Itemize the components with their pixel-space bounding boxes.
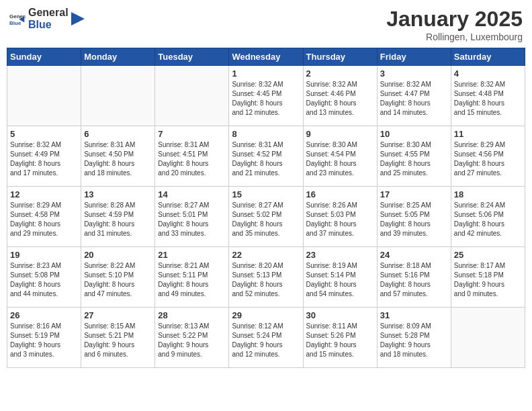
calendar-table: SundayMondayTuesdayWednesdayThursdayFrid… — [7, 48, 525, 368]
day-number: 18 — [454, 189, 522, 199]
day-info: Sunrise: 8:29 AM Sunset: 4:56 PM Dayligh… — [454, 140, 522, 178]
day-info: Sunrise: 8:24 AM Sunset: 5:06 PM Dayligh… — [454, 201, 522, 238]
day-info: Sunrise: 8:22 AM Sunset: 5:10 PM Dayligh… — [84, 261, 152, 299]
day-number: 15 — [232, 189, 300, 199]
day-number: 24 — [380, 250, 448, 260]
week-row-5: 26Sunrise: 8:16 AM Sunset: 5:19 PM Dayli… — [7, 308, 525, 368]
day-number: 12 — [10, 189, 78, 199]
day-info: Sunrise: 8:23 AM Sunset: 5:08 PM Dayligh… — [10, 261, 78, 299]
calendar-cell: 14Sunrise: 8:27 AM Sunset: 5:01 PM Dayli… — [155, 187, 229, 247]
calendar-cell — [451, 308, 525, 368]
weekday-header-friday: Friday — [377, 48, 451, 66]
page-header: General Blue General Blue January 2025 R… — [7, 7, 525, 42]
day-info: Sunrise: 8:31 AM Sunset: 4:51 PM Dayligh… — [158, 140, 226, 178]
logo: General Blue General Blue — [9, 7, 85, 30]
calendar-cell: 1Sunrise: 8:32 AM Sunset: 4:45 PM Daylig… — [229, 66, 303, 126]
calendar-cell: 26Sunrise: 8:16 AM Sunset: 5:19 PM Dayli… — [7, 308, 81, 368]
day-info: Sunrise: 8:13 AM Sunset: 5:22 PM Dayligh… — [158, 322, 226, 359]
calendar-cell — [155, 66, 229, 126]
calendar-cell: 17Sunrise: 8:25 AM Sunset: 5:05 PM Dayli… — [377, 187, 451, 247]
calendar-cell: 22Sunrise: 8:20 AM Sunset: 5:13 PM Dayli… — [229, 247, 303, 308]
calendar-cell: 4Sunrise: 8:32 AM Sunset: 4:48 PM Daylig… — [451, 66, 525, 126]
day-number: 5 — [10, 129, 78, 139]
week-row-1: 1Sunrise: 8:32 AM Sunset: 4:45 PM Daylig… — [7, 66, 525, 126]
day-info: Sunrise: 8:16 AM Sunset: 5:19 PM Dayligh… — [10, 322, 78, 359]
day-number: 17 — [380, 189, 448, 199]
day-number: 9 — [306, 129, 374, 139]
calendar-cell: 20Sunrise: 8:22 AM Sunset: 5:10 PM Dayli… — [81, 247, 155, 308]
weekday-header-saturday: Saturday — [451, 48, 525, 66]
calendar-cell: 9Sunrise: 8:30 AM Sunset: 4:54 PM Daylig… — [303, 126, 377, 187]
day-info: Sunrise: 8:32 AM Sunset: 4:45 PM Dayligh… — [232, 80, 300, 118]
month-title: January 2025 — [386, 7, 523, 32]
calendar-cell: 16Sunrise: 8:26 AM Sunset: 5:03 PM Dayli… — [303, 187, 377, 247]
day-number: 25 — [454, 250, 522, 260]
day-number: 21 — [158, 250, 226, 260]
svg-text:Blue: Blue — [9, 19, 21, 26]
day-number: 26 — [10, 310, 78, 320]
calendar-cell: 29Sunrise: 8:12 AM Sunset: 5:24 PM Dayli… — [229, 308, 303, 368]
calendar-cell: 31Sunrise: 8:09 AM Sunset: 5:28 PM Dayli… — [377, 308, 451, 368]
calendar-cell: 15Sunrise: 8:27 AM Sunset: 5:02 PM Dayli… — [229, 187, 303, 247]
day-number: 28 — [158, 310, 226, 320]
weekday-header-monday: Monday — [81, 48, 155, 66]
weekday-header-sunday: Sunday — [7, 48, 81, 66]
day-number: 14 — [158, 189, 226, 199]
day-info: Sunrise: 8:17 AM Sunset: 5:18 PM Dayligh… — [454, 261, 522, 299]
day-number: 6 — [84, 129, 152, 139]
day-number: 2 — [306, 68, 374, 79]
day-info: Sunrise: 8:26 AM Sunset: 5:03 PM Dayligh… — [306, 201, 374, 238]
day-info: Sunrise: 8:11 AM Sunset: 5:26 PM Dayligh… — [306, 322, 374, 359]
calendar-cell: 11Sunrise: 8:29 AM Sunset: 4:56 PM Dayli… — [451, 126, 525, 187]
day-number: 27 — [84, 310, 152, 320]
weekday-header-wednesday: Wednesday — [229, 48, 303, 66]
day-info: Sunrise: 8:29 AM Sunset: 4:58 PM Dayligh… — [10, 201, 78, 238]
day-info: Sunrise: 8:19 AM Sunset: 5:14 PM Dayligh… — [306, 261, 374, 299]
day-number: 13 — [84, 189, 152, 199]
weekday-header-tuesday: Tuesday — [155, 48, 229, 66]
calendar-cell: 10Sunrise: 8:30 AM Sunset: 4:55 PM Dayli… — [377, 126, 451, 187]
calendar-cell: 25Sunrise: 8:17 AM Sunset: 5:18 PM Dayli… — [451, 247, 525, 308]
weekday-header-row: SundayMondayTuesdayWednesdayThursdayFrid… — [7, 48, 525, 66]
day-info: Sunrise: 8:20 AM Sunset: 5:13 PM Dayligh… — [232, 261, 300, 299]
day-number: 4 — [454, 68, 522, 79]
day-number: 29 — [232, 310, 300, 320]
day-info: Sunrise: 8:15 AM Sunset: 5:21 PM Dayligh… — [84, 322, 152, 359]
day-info: Sunrise: 8:28 AM Sunset: 4:59 PM Dayligh… — [84, 201, 152, 238]
logo-icon: General Blue — [9, 11, 26, 27]
calendar-cell — [81, 66, 155, 126]
day-number: 30 — [306, 310, 374, 320]
calendar-cell: 5Sunrise: 8:32 AM Sunset: 4:49 PM Daylig… — [7, 126, 81, 187]
day-number: 10 — [380, 129, 448, 139]
title-section: January 2025 Rollingen, Luxembourg — [386, 7, 523, 42]
day-info: Sunrise: 8:09 AM Sunset: 5:28 PM Dayligh… — [380, 322, 448, 359]
calendar-cell: 12Sunrise: 8:29 AM Sunset: 4:58 PM Dayli… — [7, 187, 81, 247]
logo-general-text: General — [28, 7, 69, 19]
day-info: Sunrise: 8:32 AM Sunset: 4:49 PM Dayligh… — [10, 140, 78, 178]
calendar-cell: 23Sunrise: 8:19 AM Sunset: 5:14 PM Dayli… — [303, 247, 377, 308]
logo-blue-text: Blue — [28, 19, 69, 31]
week-row-3: 12Sunrise: 8:29 AM Sunset: 4:58 PM Dayli… — [7, 187, 525, 247]
day-info: Sunrise: 8:21 AM Sunset: 5:11 PM Dayligh… — [158, 261, 226, 299]
day-number: 1 — [232, 68, 300, 79]
day-info: Sunrise: 8:25 AM Sunset: 5:05 PM Dayligh… — [380, 201, 448, 238]
day-info: Sunrise: 8:30 AM Sunset: 4:54 PM Dayligh… — [306, 140, 374, 178]
calendar-cell: 27Sunrise: 8:15 AM Sunset: 5:21 PM Dayli… — [81, 308, 155, 368]
calendar-cell: 13Sunrise: 8:28 AM Sunset: 4:59 PM Dayli… — [81, 187, 155, 247]
calendar-cell: 18Sunrise: 8:24 AM Sunset: 5:06 PM Dayli… — [451, 187, 525, 247]
day-info: Sunrise: 8:27 AM Sunset: 5:02 PM Dayligh… — [232, 201, 300, 238]
calendar-cell: 8Sunrise: 8:31 AM Sunset: 4:52 PM Daylig… — [229, 126, 303, 187]
calendar-cell: 19Sunrise: 8:23 AM Sunset: 5:08 PM Dayli… — [7, 247, 81, 308]
calendar-cell: 7Sunrise: 8:31 AM Sunset: 4:51 PM Daylig… — [155, 126, 229, 187]
calendar-cell — [7, 66, 81, 126]
calendar-cell: 24Sunrise: 8:18 AM Sunset: 5:16 PM Dayli… — [377, 247, 451, 308]
calendar-cell: 3Sunrise: 8:32 AM Sunset: 4:47 PM Daylig… — [377, 66, 451, 126]
day-info: Sunrise: 8:32 AM Sunset: 4:47 PM Dayligh… — [380, 80, 448, 118]
day-number: 20 — [84, 250, 152, 260]
day-info: Sunrise: 8:31 AM Sunset: 4:50 PM Dayligh… — [84, 140, 152, 178]
day-number: 3 — [380, 68, 448, 79]
day-info: Sunrise: 8:18 AM Sunset: 5:16 PM Dayligh… — [380, 261, 448, 299]
week-row-4: 19Sunrise: 8:23 AM Sunset: 5:08 PM Dayli… — [7, 247, 525, 308]
day-info: Sunrise: 8:12 AM Sunset: 5:24 PM Dayligh… — [232, 322, 300, 359]
calendar-cell: 6Sunrise: 8:31 AM Sunset: 4:50 PM Daylig… — [81, 126, 155, 187]
